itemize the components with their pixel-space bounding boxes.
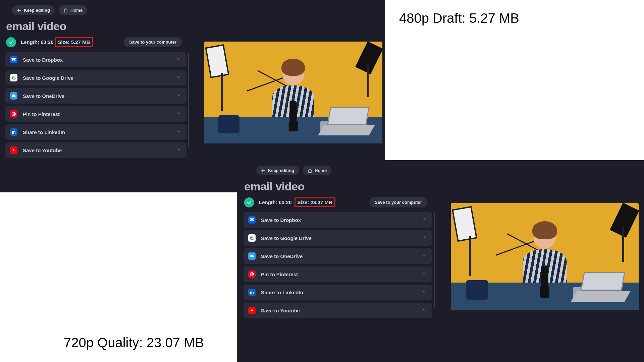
option-label: Pin to Pinterest <box>261 272 298 277</box>
option-label: Save to Youtube <box>23 147 62 153</box>
option-label: Share to LinkedIn <box>23 129 65 135</box>
linkedin-icon: in <box>248 289 256 296</box>
onedrive-icon <box>10 92 17 100</box>
option-label: Save to Google Drive <box>261 235 312 241</box>
youtube-icon <box>10 146 17 154</box>
option-label: Save to Google Drive <box>23 75 73 81</box>
home-button[interactable]: Home <box>59 5 87 15</box>
chevron-down-icon <box>422 253 427 259</box>
chevron-down-icon <box>176 93 181 99</box>
onedrive-icon <box>248 252 256 260</box>
share-to-linkedin-button[interactable]: inShare to LinkedIn <box>5 124 186 140</box>
keep-editing-label: Keep editing <box>268 168 294 173</box>
video-thumbnail <box>204 42 382 143</box>
export-info-row: Length: 00:20 Size: 23.07 MB Save to you… <box>238 195 433 212</box>
topbar: Keep editing Home <box>0 0 385 15</box>
page-title: email video <box>0 15 385 35</box>
length-label: Length: 00:20 <box>259 199 292 205</box>
status-ready-icon <box>6 37 16 47</box>
home-label: Home <box>315 168 327 173</box>
page-title: email video <box>237 175 644 195</box>
keep-editing-label: Keep editing <box>24 8 50 13</box>
chevron-down-icon <box>422 271 427 277</box>
svg-marker-11 <box>251 309 253 311</box>
export-info-row: Length: 00:20 Size: 5.27 MB Save to your… <box>0 35 188 52</box>
arrow-left-icon <box>17 8 21 13</box>
chevron-down-icon <box>176 111 181 117</box>
option-label: Save to Youtube <box>261 308 300 313</box>
svg-point-10 <box>250 273 254 276</box>
pinterest-icon <box>10 110 17 118</box>
home-button[interactable]: Home <box>303 166 331 175</box>
svg-marker-5 <box>13 149 15 151</box>
option-label: Pin to Pinterest <box>23 111 60 117</box>
dropbox-icon <box>248 216 256 224</box>
annotation-720p: 720p Quality: 23.07 MB <box>64 335 204 350</box>
option-label: Share to LinkedIn <box>261 290 303 295</box>
chevron-down-icon <box>176 129 181 135</box>
option-label: Save to OneDrive <box>261 253 303 259</box>
option-label: Save to Dropbox <box>23 57 63 63</box>
scrollbar[interactable] <box>434 213 435 307</box>
youtube-icon <box>248 307 256 314</box>
save-to-onedrive-button[interactable]: Save to OneDrive <box>5 88 186 104</box>
option-label: Save to Dropbox <box>261 217 301 223</box>
topbar: Keep editing Home <box>237 160 644 175</box>
pinterest-icon <box>248 270 256 278</box>
save-to-youtube-button[interactable]: Save to Youtube <box>5 142 186 158</box>
save-to-dropbox-button[interactable]: Save to Dropbox <box>5 52 186 67</box>
export-panel-720p: Keep editing Home email video Length: 00… <box>237 160 644 362</box>
save-to-google-drive-button[interactable]: Save to Google Drive <box>244 230 432 246</box>
length-label: Length: 00:20 <box>21 39 54 45</box>
arrow-left-icon <box>261 168 266 173</box>
pin-to-pinterest-button[interactable]: Pin to Pinterest <box>5 106 186 122</box>
save-to-computer-button[interactable]: Save to your computer <box>124 37 182 47</box>
keep-editing-button[interactable]: Keep editing <box>256 166 299 175</box>
home-icon <box>63 8 68 13</box>
save-to-onedrive-button[interactable]: Save to OneDrive <box>244 248 432 264</box>
video-thumbnail <box>451 203 639 310</box>
linkedin-icon: in <box>10 128 17 136</box>
dropbox-icon <box>10 56 17 63</box>
chevron-down-icon <box>176 147 181 153</box>
share-options-list: Save to DropboxSave to Google DriveSave … <box>238 212 433 323</box>
scrollbar[interactable] <box>188 53 189 147</box>
chevron-down-icon <box>176 57 181 63</box>
save-to-youtube-button[interactable]: Save to Youtube <box>244 303 432 318</box>
save-to-google-drive-button[interactable]: Save to Google Drive <box>5 70 186 85</box>
home-icon <box>308 168 312 173</box>
save-to-computer-button[interactable]: Save to your computer <box>369 197 427 207</box>
share-to-linkedin-button[interactable]: inShare to LinkedIn <box>244 285 432 300</box>
option-label: Save to OneDrive <box>23 93 64 99</box>
share-options-list: Save to DropboxSave to Google DriveSave … <box>0 52 188 163</box>
chevron-down-icon <box>422 289 427 295</box>
keep-editing-button[interactable]: Keep editing <box>12 5 55 15</box>
save-to-dropbox-button[interactable]: Save to Dropbox <box>244 212 432 228</box>
size-label: Size: 23.07 MB <box>294 197 335 207</box>
status-ready-icon <box>244 197 254 207</box>
size-label: Size: 5.27 MB <box>55 37 93 47</box>
chevron-down-icon <box>176 75 181 81</box>
svg-point-4 <box>12 112 16 116</box>
google-drive-icon <box>10 74 17 81</box>
home-label: Home <box>70 8 83 13</box>
annotation-480p: 480p Draft: 5.27 MB <box>399 11 519 26</box>
chevron-down-icon <box>422 217 427 223</box>
google-drive-icon <box>248 234 256 242</box>
chevron-down-icon <box>422 235 427 241</box>
chevron-down-icon <box>422 307 427 313</box>
pin-to-pinterest-button[interactable]: Pin to Pinterest <box>244 266 432 282</box>
